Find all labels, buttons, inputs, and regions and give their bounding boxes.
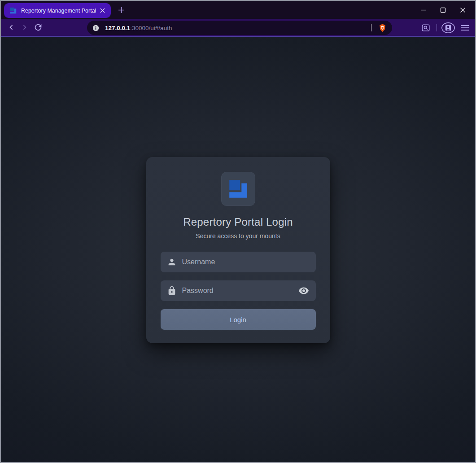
username-input[interactable] <box>182 258 310 266</box>
back-button[interactable] <box>4 21 18 34</box>
minimize-button[interactable] <box>413 1 433 19</box>
lock-icon <box>167 286 177 296</box>
login-form: Login <box>161 252 316 330</box>
app-logo-icon <box>221 172 255 206</box>
profile-button[interactable] <box>441 21 455 35</box>
username-field-row <box>161 252 316 272</box>
tab-title: Repertory Management Portal <box>21 8 98 14</box>
brave-shield-icon[interactable] <box>377 22 388 33</box>
new-tab-button[interactable] <box>115 4 127 16</box>
page-subtitle: Secure access to your mounts <box>196 232 280 240</box>
sidebar-search-icon[interactable] <box>419 21 432 35</box>
browser-window: Repertory Management Portal <box>0 0 476 463</box>
url-host: 127.0.0.1 <box>105 25 130 31</box>
menu-icon[interactable] <box>458 21 472 35</box>
window-controls <box>413 1 472 19</box>
page-content: Repertory Portal Login Secure access to … <box>1 37 475 462</box>
toolbar-divider <box>437 24 437 31</box>
login-card: Repertory Portal Login Secure access to … <box>146 157 330 343</box>
url-text: 127.0.0.1:30000/ui#/auth <box>105 25 366 31</box>
address-bar[interactable]: 127.0.0.1:30000/ui#/auth <box>87 21 392 35</box>
url-path: :30000/ui#/auth <box>130 25 172 31</box>
password-field-row <box>161 280 316 301</box>
tab-close-icon[interactable] <box>98 7 106 15</box>
browser-toolbar: 127.0.0.1:30000/ui#/auth <box>1 19 475 37</box>
browser-tab[interactable]: Repertory Management Portal <box>4 3 111 18</box>
toggle-password-visibility-icon[interactable] <box>298 285 310 297</box>
login-button[interactable]: Login <box>161 309 316 330</box>
close-window-button[interactable] <box>453 1 472 19</box>
toolbar-right-icons <box>419 19 472 37</box>
person-icon <box>167 257 177 267</box>
page-title: Repertory Portal Login <box>183 216 293 228</box>
urlbar-divider <box>371 24 371 31</box>
site-favicon-icon <box>9 7 17 14</box>
site-info-icon[interactable] <box>90 22 101 34</box>
tab-strip: Repertory Management Portal <box>1 1 475 19</box>
maximize-button[interactable] <box>433 1 453 19</box>
reload-button[interactable] <box>31 21 45 34</box>
password-input[interactable] <box>182 287 298 295</box>
forward-button[interactable] <box>18 21 31 34</box>
